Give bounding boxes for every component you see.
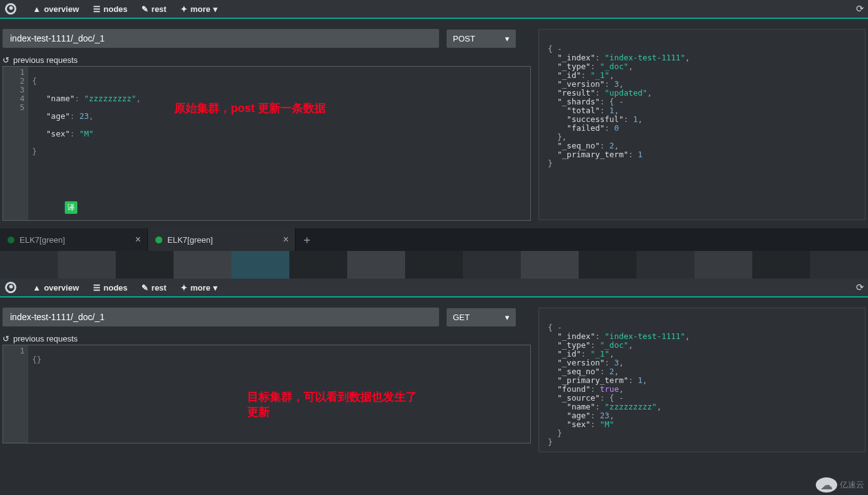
previous-requests-link[interactable]: ↺ previous requests [3, 55, 531, 65]
nav-nodes[interactable]: ☰ nodes [93, 283, 128, 292]
previous-requests-label: previous requests [13, 55, 78, 65]
nav-nodes-label: nodes [104, 4, 128, 14]
response-panel[interactable]: { - "_index": "index-test-1111", "_type"… [538, 308, 865, 452]
sitemap-icon: ▲ [33, 4, 41, 14]
cloud-icon: ☁ [816, 477, 837, 492]
refresh-icon[interactable]: ⟳ [856, 3, 864, 14]
nav-nodes[interactable]: ☰ nodes [93, 4, 128, 14]
nav-rest-label: rest [152, 4, 167, 14]
sitemap-icon: ▲ [33, 283, 41, 292]
nav-rest[interactable]: ✎ rest [142, 4, 167, 14]
bottom-navbar: ▲ overview ☰ nodes ✎ rest ✦ more ▾ ⟳ [0, 279, 868, 298]
previous-requests-link[interactable]: ↺ previous requests [3, 334, 531, 343]
top-navbar: ▲ overview ☰ nodes ✎ rest ✦ more ▾ ⟳ [0, 0, 868, 19]
translate-badge[interactable]: 译 [65, 201, 77, 214]
nav-overview[interactable]: ▲ overview [33, 4, 79, 14]
tab-1-label: ELK7[green] [167, 235, 213, 245]
nav-more[interactable]: ✦ more ▾ [181, 283, 218, 292]
editor-gutter: 1 [3, 345, 28, 443]
tab-1[interactable]: ELK7[green] × [148, 228, 296, 251]
history-icon: ↺ [3, 55, 9, 65]
http-method-value: POST [453, 34, 475, 43]
wand-icon: ✦ [181, 4, 187, 14]
app-logo-icon [3, 280, 18, 294]
chevron-down-icon: ▾ [213, 283, 218, 292]
tab-0[interactable]: ELK7[green] × [0, 228, 148, 251]
app-logo-icon [3, 1, 18, 16]
request-body-editor[interactable]: 1 {} 目标集群，可以看到数据也发生了 更新 [3, 345, 531, 443]
annotation-text: 目标集群，可以看到数据也发生了 更新 [247, 389, 417, 420]
status-dot-icon [155, 236, 162, 243]
nav-more-label: more [191, 4, 211, 14]
watermark-text: 亿速云 [840, 479, 864, 491]
request-body-editor[interactable]: 1 2 3 4 5 { "name": "zzzzzzzzz", "age": … [3, 66, 531, 221]
code-area[interactable]: {} 目标集群，可以看到数据也发生了 更新 [28, 345, 530, 443]
nav-overview-label: overview [44, 4, 79, 14]
http-method-select[interactable]: GET ▾ [447, 308, 516, 326]
nodes-icon: ☰ [93, 4, 101, 14]
editor-gutter: 1 2 3 4 5 [3, 67, 28, 220]
nav-rest[interactable]: ✎ rest [142, 283, 167, 292]
chevron-down-icon: ▾ [213, 4, 218, 14]
history-icon: ↺ [3, 334, 9, 343]
redacted-strip [0, 251, 868, 279]
nodes-icon: ☰ [93, 283, 101, 292]
edit-icon: ✎ [142, 4, 148, 14]
edit-icon: ✎ [142, 283, 148, 292]
status-dot-icon [8, 236, 14, 243]
wand-icon: ✦ [181, 283, 187, 292]
bottom-panel: GET ▾ ↺ previous requests 1 {} 目标集群，可以看到… [0, 298, 868, 455]
close-tab-icon[interactable]: × [283, 234, 289, 245]
nav-more[interactable]: ✦ more ▾ [181, 4, 218, 14]
http-method-select[interactable]: POST ▾ [447, 30, 516, 48]
add-tab-button[interactable]: ＋ [296, 228, 318, 251]
close-tab-icon[interactable]: × [135, 234, 141, 245]
http-method-value: GET [453, 313, 470, 322]
chevron-down-icon: ▾ [505, 313, 509, 322]
code-area[interactable]: { "name": "zzzzzzzzz", "age": 23, "sex":… [28, 67, 530, 220]
response-panel[interactable]: { - "_index": "index-test-1111", "_type"… [538, 29, 865, 220]
nav-overview[interactable]: ▲ overview [33, 283, 79, 292]
chevron-down-icon: ▾ [505, 34, 509, 43]
connection-tabs: ELK7[green] × ELK7[green] × ＋ [0, 228, 868, 251]
request-path-input[interactable] [3, 308, 439, 326]
refresh-icon[interactable]: ⟳ [856, 282, 864, 293]
tab-0-label: ELK7[green] [19, 235, 65, 245]
top-panel: POST ▾ ↺ previous requests 1 2 3 4 5 { "… [0, 19, 868, 223]
watermark: ☁ 亿速云 [816, 477, 864, 492]
request-path-input[interactable] [3, 29, 439, 48]
